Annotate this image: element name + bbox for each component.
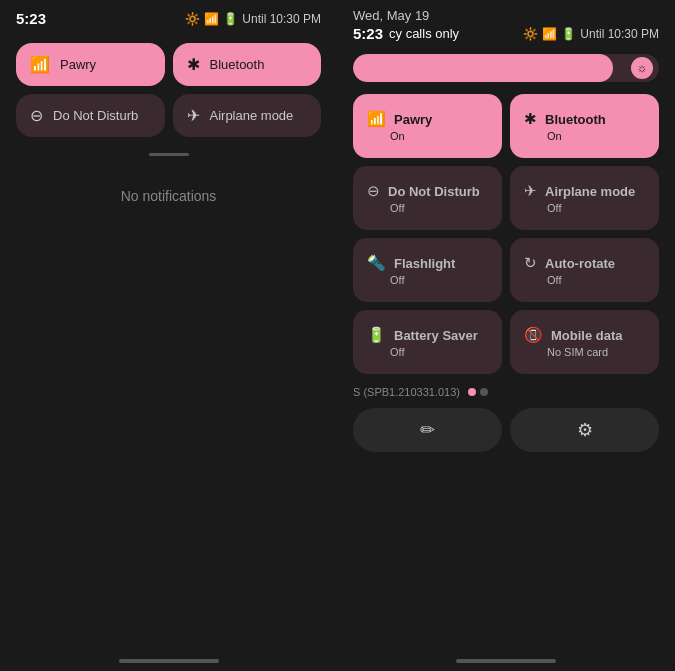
batterysaver-rtile-sub: Off xyxy=(390,346,488,358)
left-status-bar: 5:23 🔆 📶 🔋 Until 10:30 PM xyxy=(0,0,337,33)
wifi-icon: 📶 xyxy=(204,12,219,26)
divider xyxy=(149,153,189,156)
left-tile-dnd[interactable]: ⊖ Do Not Disturb xyxy=(16,94,165,137)
batterysaver-rtile-icon: 🔋 xyxy=(367,326,386,344)
brightness-fill xyxy=(353,54,613,82)
right-tile-mobiledata[interactable]: 📵 Mobile data No SIM card xyxy=(510,310,659,374)
dot-1 xyxy=(468,388,476,396)
right-tile-wifi[interactable]: 📶 Pawry On xyxy=(353,94,502,158)
right-status-row: 5:23 cy calls only 🔆 📶 🔋 Until 10:30 PM xyxy=(353,25,659,42)
dnd-rtile-icon: ⊖ xyxy=(367,182,380,200)
calls-only-text: cy calls only xyxy=(389,26,459,41)
flashlight-rtile-icon: 🔦 xyxy=(367,254,386,272)
flashlight-rtile-header: 🔦 Flashlight xyxy=(367,254,488,272)
mobiledata-rtile-name: Mobile data xyxy=(551,328,623,343)
bluetooth-rtile-name: Bluetooth xyxy=(545,112,606,127)
right-home-indicator xyxy=(456,659,556,663)
brightness-slider-row: ☼ xyxy=(337,46,675,90)
left-tile-wifi[interactable]: 📶 Pawry xyxy=(16,43,165,86)
left-quick-tiles: 📶 Pawry ✱ Bluetooth ⊖ Do Not Disturb ✈ A… xyxy=(0,33,337,147)
right-tile-airplane[interactable]: ✈ Airplane mode Off xyxy=(510,166,659,230)
mobiledata-rtile-header: 📵 Mobile data xyxy=(524,326,645,344)
bluetooth-rtile-icon: ✱ xyxy=(524,110,537,128)
notification-text: Until 10:30 PM xyxy=(242,12,321,26)
right-tile-flashlight[interactable]: 🔦 Flashlight Off xyxy=(353,238,502,302)
right-battery-icon: 🔋 xyxy=(561,27,576,41)
flashlight-rtile-sub: Off xyxy=(390,274,488,286)
airplane-rtile-header: ✈ Airplane mode xyxy=(524,182,645,200)
right-status-icons: 🔆 📶 🔋 Until 10:30 PM xyxy=(523,27,659,41)
airplane-tile-label: Airplane mode xyxy=(210,108,294,123)
airplane-tile-icon: ✈ xyxy=(187,106,200,125)
left-panel: 5:23 🔆 📶 🔋 Until 10:30 PM 📶 Pawry ✱ Blue… xyxy=(0,0,337,671)
left-tile-airplane[interactable]: ✈ Airplane mode xyxy=(173,94,322,137)
brightness-icon: 🔆 xyxy=(185,12,200,26)
dnd-rtile-header: ⊖ Do Not Disturb xyxy=(367,182,488,200)
no-notifications-text: No notifications xyxy=(0,188,337,204)
settings-button[interactable]: ⚙ xyxy=(510,408,659,452)
airplane-rtile-icon: ✈ xyxy=(524,182,537,200)
right-panel: Wed, May 19 5:23 cy calls only 🔆 📶 🔋 Unt… xyxy=(337,0,675,671)
dnd-rtile-sub: Off xyxy=(390,202,488,214)
right-status-left: 5:23 cy calls only xyxy=(353,25,459,42)
batterysaver-rtile-name: Battery Saver xyxy=(394,328,478,343)
left-status-icons: 🔆 📶 🔋 Until 10:30 PM xyxy=(185,12,321,26)
dnd-tile-label: Do Not Disturb xyxy=(53,108,138,123)
wifi-rtile-name: Pawry xyxy=(394,112,432,127)
right-time: 5:23 xyxy=(353,25,383,42)
bluetooth-rtile-header: ✱ Bluetooth xyxy=(524,110,645,128)
batterysaver-rtile-header: 🔋 Battery Saver xyxy=(367,326,488,344)
mobiledata-rtile-icon: 📵 xyxy=(524,326,543,344)
right-notification-text: Until 10:30 PM xyxy=(580,27,659,41)
dot-2 xyxy=(480,388,488,396)
airplane-rtile-sub: Off xyxy=(547,202,645,214)
wifi-rtile-sub: On xyxy=(390,130,488,142)
dot-indicators xyxy=(468,388,488,396)
bluetooth-tile-label: Bluetooth xyxy=(210,57,265,72)
right-tile-batterysaver[interactable]: 🔋 Battery Saver Off xyxy=(353,310,502,374)
right-date: Wed, May 19 xyxy=(353,8,659,23)
right-header: Wed, May 19 5:23 cy calls only 🔆 📶 🔋 Unt… xyxy=(337,0,675,46)
wifi-rtile-header: 📶 Pawry xyxy=(367,110,488,128)
dnd-tile-icon: ⊖ xyxy=(30,106,43,125)
bottom-actions: ✏ ⚙ xyxy=(337,402,675,458)
edit-button[interactable]: ✏ xyxy=(353,408,502,452)
right-brightness-icon: 🔆 xyxy=(523,27,538,41)
battery-icon: 🔋 xyxy=(223,12,238,26)
right-tile-dnd[interactable]: ⊖ Do Not Disturb Off xyxy=(353,166,502,230)
autorotate-rtile-name: Auto-rotate xyxy=(545,256,615,271)
version-row: S (SPB1.210331.013) xyxy=(337,382,675,402)
right-tile-autorotate[interactable]: ↻ Auto-rotate Off xyxy=(510,238,659,302)
wifi-rtile-icon: 📶 xyxy=(367,110,386,128)
mobiledata-rtile-sub: No SIM card xyxy=(547,346,645,358)
left-home-indicator xyxy=(119,659,219,663)
brightness-thumb: ☼ xyxy=(631,57,653,79)
flashlight-rtile-name: Flashlight xyxy=(394,256,455,271)
left-time: 5:23 xyxy=(16,10,46,27)
dnd-rtile-name: Do Not Disturb xyxy=(388,184,480,199)
left-tile-bluetooth[interactable]: ✱ Bluetooth xyxy=(173,43,322,86)
autorotate-rtile-header: ↻ Auto-rotate xyxy=(524,254,645,272)
brightness-track[interactable]: ☼ xyxy=(353,54,659,82)
bluetooth-tile-icon: ✱ xyxy=(187,55,200,74)
wifi-tile-icon: 📶 xyxy=(30,55,50,74)
wifi-tile-label: Pawry xyxy=(60,57,96,72)
autorotate-rtile-icon: ↻ xyxy=(524,254,537,272)
edit-icon: ✏ xyxy=(420,419,435,441)
airplane-rtile-name: Airplane mode xyxy=(545,184,635,199)
bluetooth-rtile-sub: On xyxy=(547,130,645,142)
right-quick-tiles: 📶 Pawry On ✱ Bluetooth On ⊖ Do Not Distu… xyxy=(337,90,675,382)
settings-icon: ⚙ xyxy=(577,419,593,441)
right-tile-bluetooth[interactable]: ✱ Bluetooth On xyxy=(510,94,659,158)
autorotate-rtile-sub: Off xyxy=(547,274,645,286)
version-text: S (SPB1.210331.013) xyxy=(353,386,460,398)
right-wifi-icon: 📶 xyxy=(542,27,557,41)
